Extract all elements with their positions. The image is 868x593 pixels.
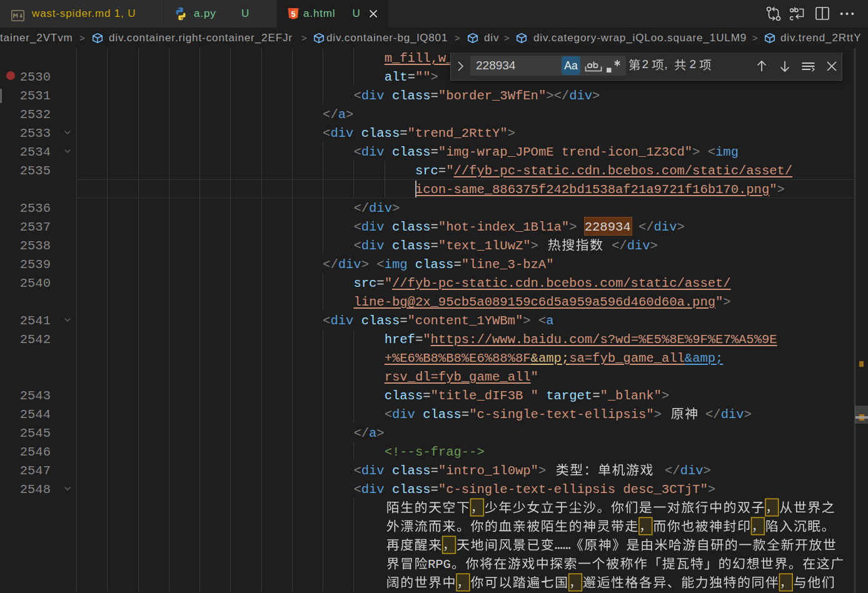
svg-text:5: 5: [291, 10, 296, 19]
